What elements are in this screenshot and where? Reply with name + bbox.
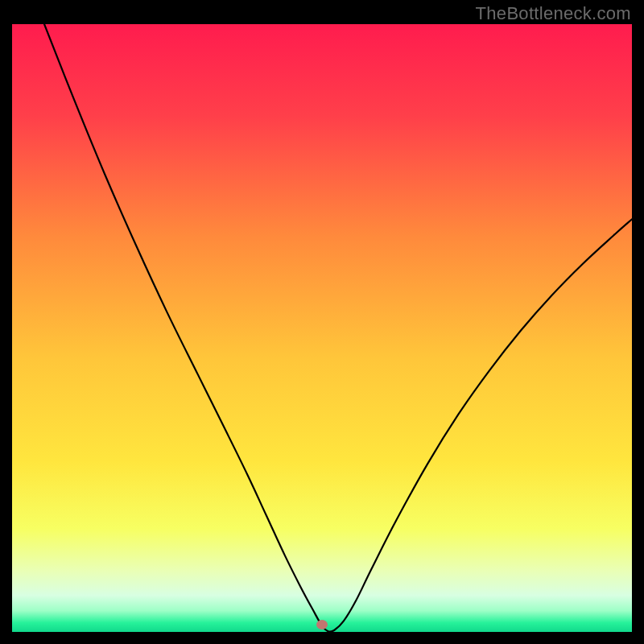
gradient-background — [12, 24, 632, 632]
minimum-marker — [316, 620, 328, 630]
plot-area — [12, 24, 632, 632]
chart-frame: TheBottleneck.com — [0, 0, 644, 644]
watermark-text: TheBottleneck.com — [476, 3, 631, 24]
chart-svg — [12, 24, 632, 632]
